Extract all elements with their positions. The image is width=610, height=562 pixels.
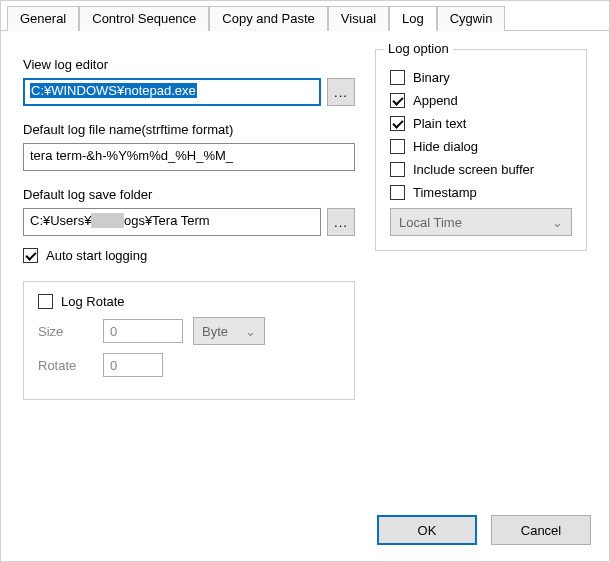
chevron-down-icon: ⌄ bbox=[245, 324, 256, 339]
log-pane: View log editor C:¥WINDOWS¥notepad.exe .… bbox=[1, 31, 609, 418]
option-plain-text[interactable]: Plain text bbox=[390, 116, 572, 131]
option-append[interactable]: Append bbox=[390, 93, 572, 108]
timestamp-type-select[interactable]: Local Time ⌄ bbox=[390, 208, 572, 236]
checkbox-icon bbox=[390, 70, 405, 85]
option-label: Hide dialog bbox=[413, 139, 478, 154]
default-log-file-label: Default log file name(strftime format) bbox=[23, 122, 355, 137]
log-rotate-checkbox[interactable]: Log Rotate bbox=[38, 294, 340, 309]
dialog-buttons: OK Cancel bbox=[377, 515, 591, 545]
default-log-save-folder-browse-button[interactable]: ... bbox=[327, 208, 355, 236]
view-log-editor-input[interactable]: C:¥WINDOWS¥notepad.exe bbox=[23, 78, 321, 106]
checkbox-icon bbox=[390, 93, 405, 108]
checkbox-icon bbox=[390, 139, 405, 154]
option-label: Include screen buffer bbox=[413, 162, 534, 177]
checkbox-icon bbox=[390, 162, 405, 177]
folder-pre: C:¥Users¥ bbox=[30, 213, 91, 228]
size-label: Size bbox=[38, 324, 93, 339]
left-column: View log editor C:¥WINDOWS¥notepad.exe .… bbox=[23, 49, 355, 400]
tab-copy-paste[interactable]: Copy and Paste bbox=[209, 6, 328, 31]
view-log-editor-browse-button[interactable]: ... bbox=[327, 78, 355, 106]
default-log-save-folder-input[interactable]: C:¥Users¥xxxxxogs¥Tera Term bbox=[23, 208, 321, 236]
folder-post: ogs¥Tera Term bbox=[124, 213, 210, 228]
size-input[interactable]: 0 bbox=[103, 319, 183, 343]
ok-button[interactable]: OK bbox=[377, 515, 477, 545]
default-log-save-folder-label: Default log save folder bbox=[23, 187, 355, 202]
option-hide-dialog[interactable]: Hide dialog bbox=[390, 139, 572, 154]
tab-bar: General Control Sequence Copy and Paste … bbox=[1, 1, 609, 31]
chevron-down-icon: ⌄ bbox=[552, 215, 563, 230]
log-option-legend: Log option bbox=[384, 41, 453, 56]
checkbox-icon bbox=[38, 294, 53, 309]
folder-redacted: xxxxx bbox=[91, 213, 124, 228]
settings-dialog: General Control Sequence Copy and Paste … bbox=[0, 0, 610, 562]
rotate-input[interactable]: 0 bbox=[103, 353, 163, 377]
right-column: Log option Binary Append Plain text Hide… bbox=[375, 49, 587, 400]
option-label: Timestamp bbox=[413, 185, 477, 200]
view-log-editor-value: C:¥WINDOWS¥notepad.exe bbox=[30, 83, 197, 98]
default-log-file-input[interactable]: tera term-&h-%Y%m%d_%H_%M_ bbox=[23, 143, 355, 171]
tab-visual[interactable]: Visual bbox=[328, 6, 389, 31]
cancel-button[interactable]: Cancel bbox=[491, 515, 591, 545]
checkbox-icon bbox=[23, 248, 38, 263]
option-label: Binary bbox=[413, 70, 450, 85]
option-include-screen-buffer[interactable]: Include screen buffer bbox=[390, 162, 572, 177]
log-option-group: Log option Binary Append Plain text Hide… bbox=[375, 49, 587, 251]
checkbox-icon bbox=[390, 185, 405, 200]
checkbox-icon bbox=[390, 116, 405, 131]
timestamp-type-value: Local Time bbox=[399, 215, 462, 230]
tab-log[interactable]: Log bbox=[389, 6, 437, 31]
option-timestamp[interactable]: Timestamp bbox=[390, 185, 572, 200]
option-label: Plain text bbox=[413, 116, 466, 131]
log-rotate-group: Log Rotate Size 0 Byte ⌄ Rotate 0 bbox=[23, 281, 355, 400]
tab-cygwin[interactable]: Cygwin bbox=[437, 6, 506, 31]
tab-general[interactable]: General bbox=[7, 6, 79, 31]
view-log-editor-label: View log editor bbox=[23, 57, 355, 72]
auto-start-logging-label: Auto start logging bbox=[46, 248, 147, 263]
option-binary[interactable]: Binary bbox=[390, 70, 572, 85]
tab-control-sequence[interactable]: Control Sequence bbox=[79, 6, 209, 31]
option-label: Append bbox=[413, 93, 458, 108]
size-unit-value: Byte bbox=[202, 324, 228, 339]
log-rotate-label: Log Rotate bbox=[61, 294, 125, 309]
rotate-label: Rotate bbox=[38, 358, 93, 373]
size-unit-select[interactable]: Byte ⌄ bbox=[193, 317, 265, 345]
auto-start-logging-checkbox[interactable]: Auto start logging bbox=[23, 248, 355, 263]
